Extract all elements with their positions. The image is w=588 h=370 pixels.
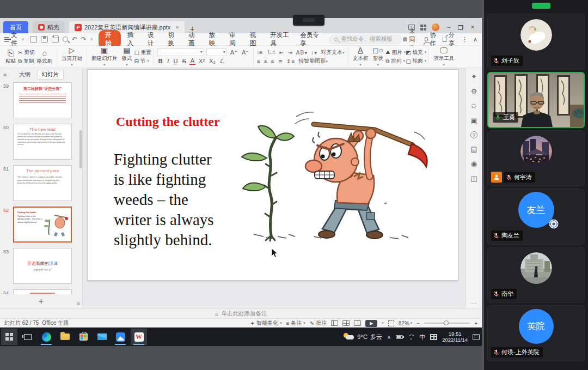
indent-more-icon[interactable]: ⇥	[287, 50, 292, 56]
align-center-icon[interactable]: ≡	[264, 58, 268, 64]
font-decrease-icon[interactable]: A⁻	[241, 49, 250, 56]
mindmap-icon[interactable]: ▣	[470, 117, 477, 125]
notes-button[interactable]: ≡ 备注▾	[286, 319, 305, 327]
justify-icon[interactable]: ≣	[278, 58, 283, 64]
indent-less-icon[interactable]: ⇤	[279, 50, 284, 56]
action-center-icon[interactable]	[473, 334, 480, 340]
taskbar-clock[interactable]: 19:51 2022/11/14	[442, 331, 468, 343]
taskbar-mail[interactable]	[94, 329, 110, 345]
fit-slide-icon[interactable]	[388, 320, 394, 326]
numbering-icon[interactable]: ⒈≡	[266, 48, 276, 56]
thumbnail-59[interactable]: 59 第二段解释“证照分离”	[0, 82, 82, 124]
highlight-icon[interactable]: ℒ	[219, 58, 225, 65]
italic-icon[interactable]: I	[166, 58, 170, 64]
paste-button[interactable]: ⎘粘贴	[3, 49, 18, 65]
format-painter-button[interactable]: ⌂格式刷	[34, 49, 54, 65]
layout-button[interactable]: ▤版式▾	[119, 46, 134, 67]
sort-icon[interactable]: ↕▾	[311, 50, 317, 56]
picture-button[interactable]: ⛰图片▾	[385, 49, 406, 56]
comment-button[interactable]: ✎ 批注	[310, 319, 327, 327]
share-button[interactable]: 分享	[443, 31, 456, 47]
font-name-select[interactable]	[157, 48, 204, 56]
panel-scrollbar[interactable]	[79, 130, 82, 168]
zoom-out-button[interactable]: −	[416, 320, 420, 326]
taskbar-store[interactable]	[75, 329, 91, 345]
cut-button[interactable]: ✂剪切	[18, 49, 34, 56]
collaborate-button[interactable]: 协作	[425, 31, 437, 47]
quickbar-dropdown-icon[interactable]: ∨	[90, 37, 93, 41]
panel-collapse-icon[interactable]: «	[3, 71, 7, 78]
slideshow-play-button[interactable]: ▶	[365, 320, 377, 327]
zoom-slider-knob[interactable]	[444, 320, 449, 325]
participant-tile-4[interactable]: 友兰 陶友兰	[487, 189, 585, 245]
slide-editor[interactable]: Cutting the clutter Fighting clutter is …	[83, 68, 465, 308]
reading-view-button[interactable]	[354, 320, 361, 326]
thumbnail-64[interactable]: 64	[0, 289, 82, 294]
play-options-icon[interactable]: ▾	[382, 321, 384, 325]
section-button[interactable]: ⊟节▾	[134, 58, 151, 65]
shape-button[interactable]: ◻○形状▾	[370, 46, 385, 67]
task-view-button[interactable]	[20, 329, 36, 345]
present-tools-button[interactable]: 🖵演示工具▾	[431, 46, 456, 67]
subscript-icon[interactable]: X₂	[208, 58, 217, 64]
theme-name[interactable]: Office 主题	[42, 319, 69, 327]
align-right-icon[interactable]: ≡	[271, 58, 275, 64]
restore-button[interactable]	[458, 25, 463, 30]
keyboard-layout-icon[interactable]	[430, 334, 437, 340]
thumbnail-62-selected[interactable]: 62 Cutting the clutter Fighting clutter …	[0, 207, 82, 248]
ime-indicator[interactable]: 中	[419, 333, 425, 341]
fill-button[interactable]: ◩填充▾	[406, 49, 426, 56]
font-increase-icon[interactable]: A⁺	[229, 49, 238, 56]
text-direction-icon[interactable]: AB▾	[296, 50, 308, 56]
new-slide-button[interactable]: ▣新建幻灯片▾	[89, 46, 120, 67]
tab-outline[interactable]: 大纲	[16, 70, 34, 79]
design-ideas-icon[interactable]: ✩	[471, 102, 477, 110]
bold-icon[interactable]: B	[157, 58, 164, 64]
battery-icon[interactable]	[396, 335, 403, 339]
panel-resize-handle[interactable]: ≡	[77, 300, 80, 306]
participant-tile-1[interactable]: 刘子欣	[487, 14, 585, 70]
tab-docer[interactable]: 稻壳	[33, 21, 65, 33]
outline-button[interactable]: ▢轮廓▾	[406, 58, 426, 65]
add-slide-button[interactable]: +	[39, 296, 44, 307]
taskbar-meeting-app[interactable]	[112, 329, 128, 345]
notes-bar[interactable]: ≡ 单击此处添加备注	[0, 308, 482, 318]
properties-icon[interactable]: ⚙	[471, 87, 477, 95]
zoom-in-button[interactable]: +	[474, 320, 477, 326]
participant-tile-3[interactable]: 何宇涛	[487, 130, 585, 186]
slide-title[interactable]: Cutting the clutter	[116, 114, 220, 129]
participant-tile-6[interactable]: 英院 何瑛-上外英院	[487, 305, 585, 361]
redo-icon[interactable]: ↷	[81, 35, 87, 43]
zoom-level[interactable]: 82%▾	[399, 320, 413, 326]
meeting-status-indicator[interactable]	[532, 3, 550, 9]
taskbar-edge[interactable]	[38, 329, 54, 345]
play-from-page-button[interactable]: ▷当页开始▾	[59, 46, 84, 67]
collapse-ribbon-icon[interactable]: ∧	[473, 36, 477, 43]
weather-widget[interactable]: 9°C 多云	[344, 333, 382, 341]
superscript-icon[interactable]: X²	[198, 58, 206, 64]
help-icon[interactable]: ?	[470, 131, 477, 138]
reading-layout-icon[interactable]: ◫	[470, 174, 477, 183]
taskbar-wps[interactable]: W	[131, 329, 147, 345]
slide-sorter-button[interactable]	[342, 320, 350, 326]
tray-expand-icon[interactable]: ∧	[387, 334, 391, 340]
preview-icon[interactable]	[63, 37, 68, 42]
reset-button[interactable]: ▢重置	[134, 49, 151, 56]
arrange-button[interactable]: ⧉排列▾	[385, 58, 406, 65]
save-icon[interactable]	[41, 36, 48, 43]
slide-body-text[interactable]: Fighting clutter is like fighting weeds …	[114, 149, 214, 250]
tab-slides[interactable]: 幻灯片	[37, 70, 64, 80]
copy-button[interactable]: ⧉复制	[18, 58, 34, 65]
strikethrough-icon[interactable]: S	[181, 58, 187, 64]
wifi-icon[interactable]	[408, 335, 414, 339]
menu-file[interactable]: 文件 ∨	[4, 31, 24, 47]
beautify-icon[interactable]: ✦	[471, 72, 477, 81]
taskbar-file-explorer[interactable]	[57, 329, 73, 345]
text-box-button[interactable]: A̲文本框▾	[351, 46, 371, 67]
seal-icon[interactable]: ◉	[471, 160, 477, 168]
more-menu-icon[interactable]: ⋮	[462, 36, 468, 43]
thumbnail-63[interactable]: 63 英语新闻的汉译 尽量使用“纯中文”	[0, 248, 82, 289]
more-tools-icon[interactable]: ···	[471, 300, 477, 306]
meeting-floating-bar[interactable]	[293, 15, 324, 26]
smart-graphic-button[interactable]: 转智能图形▾	[298, 57, 328, 65]
